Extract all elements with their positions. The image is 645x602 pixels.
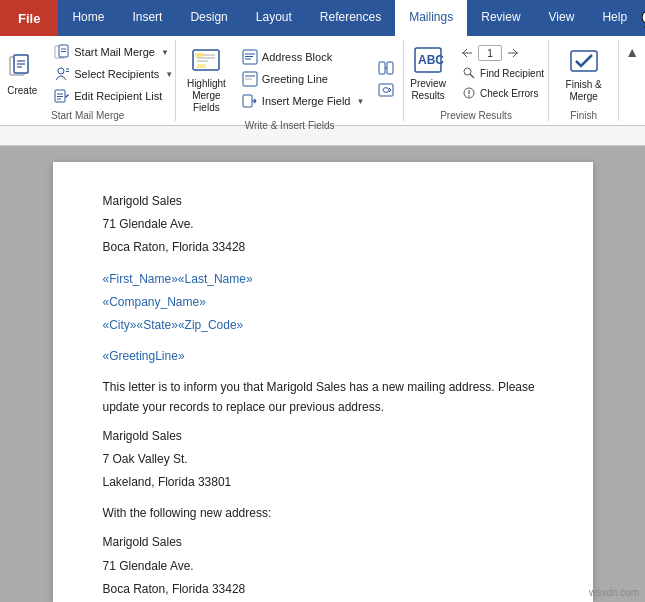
finish-content: Finish &Merge (560, 40, 608, 108)
preview-results-label: PreviewResults (410, 78, 446, 102)
old-name: Marigold Sales (103, 533, 543, 552)
create-button[interactable]: Create (0, 47, 46, 101)
tab-layout[interactable]: Layout (242, 0, 306, 36)
start-mail-merge-label: Start Mail Merge (74, 46, 155, 58)
highlight-merge-fields-icon (190, 44, 222, 76)
with-following-para: With the following new address: (103, 504, 543, 523)
edit-recipient-list-button[interactable]: Edit Recipient List (50, 86, 177, 106)
file-tab[interactable]: File (0, 0, 58, 36)
tab-home[interactable]: Home (58, 0, 118, 36)
ribbon-group-write-insert: HighlightMerge Fields Address Block (176, 40, 404, 121)
finish-merge-icon (568, 45, 600, 77)
address-block-button[interactable]: Address Block (238, 47, 369, 67)
svg-point-40 (464, 68, 471, 75)
sender-city: Boca Raton, Florida 33428 (103, 238, 543, 257)
greeting-line-button[interactable]: Greeting Line (238, 69, 369, 89)
old-city: Boca Raton, Florida 33428 (103, 580, 543, 599)
address-block-icon (242, 49, 258, 65)
document-area: Marigold Sales 71 Glendale Ave. Boca Rat… (0, 146, 645, 602)
edit-recipient-list-label: Edit Recipient List (74, 90, 162, 102)
insert-merge-field-icon (242, 93, 258, 109)
insert-merge-field-button[interactable]: Insert Merge Field ▼ (238, 91, 369, 111)
insert-merge-field-label: Insert Merge Field (262, 95, 351, 107)
new-city: Lakeland, Florida 33801 (103, 473, 543, 492)
new-name: Marigold Sales (103, 427, 543, 446)
old-address-section: Marigold Sales 71 Glendale Ave. Boca Rat… (103, 533, 543, 599)
merge-first-name: «First_Name» (103, 272, 178, 286)
new-addr1: 7 Oak Valley St. (103, 450, 543, 469)
svg-point-9 (58, 68, 64, 74)
highlight-merge-fields-button[interactable]: HighlightMerge Fields (181, 40, 232, 118)
svg-rect-33 (387, 62, 393, 74)
merge-city-state-zip: «City»«State»«Zip_Code» (103, 316, 543, 335)
svg-line-41 (470, 74, 474, 78)
select-recipients-button[interactable]: Select Recipients ▼ (50, 64, 177, 84)
insert-merge-field-arrow: ▼ (356, 97, 364, 106)
svg-text:ABC: ABC (418, 53, 444, 67)
finish-merge-button[interactable]: Finish &Merge (560, 41, 608, 107)
write-insert-col: Address Block Greeting Line (238, 47, 369, 111)
tab-insert[interactable]: Insert (118, 0, 176, 36)
svg-rect-28 (243, 95, 252, 107)
finish-group-label: Finish (570, 108, 597, 121)
start-mail-merge-button[interactable]: Start Mail Merge ▼ (50, 42, 177, 62)
edit-recipient-icon (54, 88, 70, 104)
tab-design[interactable]: Design (176, 0, 241, 36)
svg-point-44 (468, 95, 470, 97)
tab-help[interactable]: Help (588, 0, 641, 36)
match-fields-button[interactable] (374, 58, 398, 78)
select-recipients-label: Select Recipients (74, 68, 159, 80)
preview-results-icon: ABC (412, 44, 444, 76)
ribbon-group-start-mail-merge: Create Start Mail Merge ▼ (0, 40, 176, 121)
tab-view[interactable]: View (535, 0, 589, 36)
start-mail-merge-group-label: Start Mail Merge (51, 108, 124, 121)
start-mail-merge-content: Create Start Mail Merge ▼ (0, 40, 177, 108)
preview-nav-col: 1 Find Recipient (458, 40, 548, 102)
start-mail-merge-col: Start Mail Merge ▼ Select Recipients ▼ (50, 42, 177, 106)
check-errors-button[interactable]: Check Errors (458, 84, 548, 102)
comment-icon[interactable]: 💬 (641, 9, 645, 28)
write-insert-group-label: Write & Insert Fields (245, 118, 335, 131)
merge-name-line: «First_Name»«Last_Name» (103, 270, 543, 289)
preview-results-content: ABC PreviewResults 1 (404, 40, 548, 108)
nav-last-button[interactable] (504, 44, 522, 62)
svg-rect-45 (571, 51, 597, 71)
tab-review[interactable]: Review (467, 0, 534, 36)
greeting-line-label: Greeting Line (262, 73, 328, 85)
select-recipients-icon (54, 66, 70, 82)
merge-greeting-line: «GreetingLine» (103, 347, 543, 366)
preview-results-button[interactable]: ABC PreviewResults (404, 40, 452, 106)
start-mail-merge-icon (54, 44, 70, 60)
tab-references[interactable]: References (306, 0, 395, 36)
new-address-section: Marigold Sales 7 Oak Valley St. Lakeland… (103, 427, 543, 493)
write-insert-content: HighlightMerge Fields Address Block (181, 40, 399, 118)
merge-company: «Company_Name» (103, 293, 543, 312)
highlight-merge-fields-label: HighlightMerge Fields (187, 78, 226, 114)
create-label: Create (7, 85, 37, 97)
find-recipient-label: Find Recipient (480, 68, 544, 79)
sender-address-section: Marigold Sales 71 Glendale Ave. Boca Rat… (103, 192, 543, 258)
svg-rect-20 (195, 53, 203, 57)
start-mail-merge-arrow: ▼ (161, 48, 169, 57)
ribbon-group-preview-results: ABC PreviewResults 1 (404, 40, 549, 121)
merge-last-name: «Last_Name» (178, 272, 253, 286)
greeting-section: «GreetingLine» (103, 347, 543, 366)
nav-record-box[interactable]: 1 (478, 45, 502, 61)
tab-mailings[interactable]: Mailings (395, 0, 467, 36)
with-following-text: With the following new address: (103, 504, 543, 523)
sender-name: Marigold Sales (103, 192, 543, 211)
old-addr1: 71 Glendale Ave. (103, 557, 543, 576)
svg-rect-32 (379, 62, 385, 74)
check-errors-label: Check Errors (480, 88, 538, 99)
body-paragraph: This letter is to inform you that Marigo… (103, 378, 543, 416)
nav-first-button[interactable] (458, 44, 476, 62)
body-text: This letter is to inform you that Marigo… (103, 378, 543, 416)
find-recipient-button[interactable]: Find Recipient (458, 64, 548, 82)
ribbon-collapse-button[interactable]: ▲ (625, 44, 639, 60)
update-labels-button[interactable] (374, 80, 398, 100)
watermark: wsxdn.com (589, 587, 639, 598)
select-recipients-arrow: ▼ (165, 70, 173, 79)
sender-addr1: 71 Glendale Ave. (103, 215, 543, 234)
ribbon: Create Start Mail Merge ▼ (0, 36, 645, 126)
ribbon-group-finish: Finish &Merge Finish (549, 40, 619, 121)
